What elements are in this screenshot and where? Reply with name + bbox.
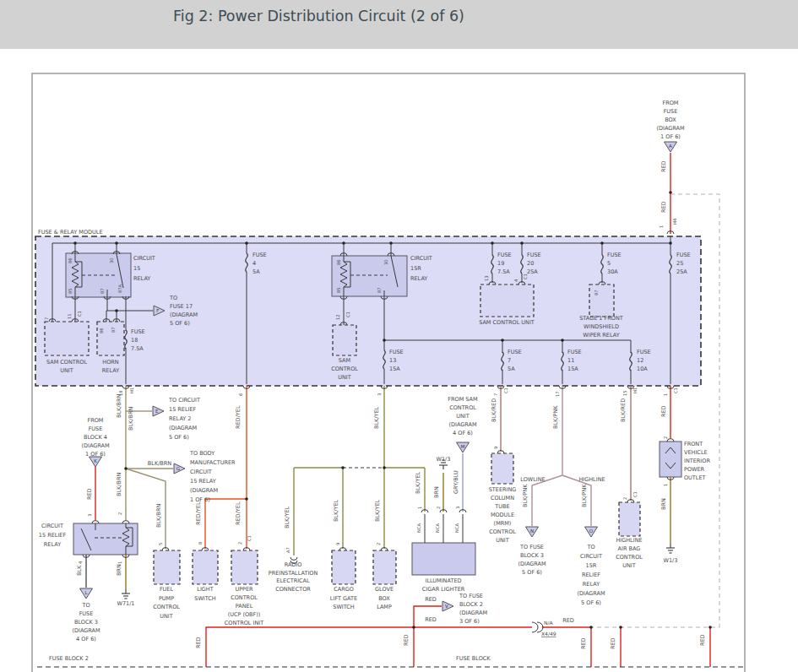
label: RELAY: [133, 275, 150, 282]
label: CONTROL INIT: [225, 620, 264, 626]
label: (UCP (OBF)): [228, 611, 261, 618]
label: 25: [676, 260, 683, 267]
label: FUSE & RELAY MODULE: [38, 229, 103, 236]
label: (DIAGRAM: [72, 627, 100, 634]
label: PANEL: [236, 603, 253, 610]
label: 30A: [607, 268, 618, 275]
label: STAGE 1 FRONT: [579, 315, 623, 322]
junction-dot: [124, 467, 128, 470]
label: CONNECTOR: [275, 586, 311, 593]
label: 86: [99, 328, 104, 333]
label: INTERIOR: [684, 458, 710, 464]
label: W1/3: [437, 456, 451, 463]
label: GRY/BLU: [453, 470, 459, 494]
label: 12: [335, 314, 340, 320]
label: W71/1: [117, 600, 134, 607]
wiring-diagram-svg: AKLMNOEGFVFUSE & RELAY MODULEFROMFUSEBOX…: [0, 0, 798, 672]
label: UNIT: [456, 413, 470, 420]
label: PREINSTALLATION: [269, 570, 318, 577]
label: 30: [383, 259, 388, 265]
label: 2: [237, 542, 242, 545]
label: (DIAGRAM: [169, 425, 197, 431]
label: RELAY: [102, 367, 119, 374]
label: TO CIRCUIT: [168, 397, 200, 404]
label: 85: [68, 288, 73, 294]
label: FUSE: [508, 349, 522, 355]
junction-dot: [520, 241, 524, 245]
label: (DIAGRAM: [81, 442, 109, 449]
label: X4/49: [541, 631, 556, 637]
label: UPPER: [235, 586, 253, 593]
diagram-connector-letter: O: [589, 528, 594, 534]
label: FROM SAM: [448, 396, 477, 403]
steering-column-tube-module-box: [491, 453, 513, 484]
junction-dot: [600, 241, 604, 245]
label: 13: [484, 275, 489, 281]
label: ELECTRICAL: [276, 577, 310, 584]
label: FUSE: [252, 252, 267, 258]
label: UNIT: [496, 537, 509, 544]
label: H1: [632, 387, 638, 393]
label: BLK/YEL: [373, 406, 380, 429]
label: (DIAGRAM: [459, 610, 487, 616]
label: RED: [86, 488, 93, 500]
junction-dot: [561, 339, 564, 342]
label: CONTROL: [449, 404, 476, 411]
label: BLK/RED: [491, 398, 497, 422]
label: BRN: [660, 498, 667, 510]
label: BLK/BRN: [155, 503, 162, 528]
label: TO: [586, 544, 594, 550]
label: FUSE BLOCK: [456, 655, 491, 662]
label: SWITCH: [194, 595, 216, 602]
label: BLOCK 3: [520, 552, 544, 559]
wiper-relay-box: [589, 285, 614, 317]
label: (DIAGRAM: [577, 590, 605, 597]
label: ILLUMINATED: [425, 577, 461, 584]
label: SAM CONTROL UNIT: [479, 319, 535, 326]
label: 7: [493, 393, 498, 396]
label: 30: [109, 257, 114, 263]
label: 2: [436, 507, 441, 509]
label: 86: [68, 257, 73, 263]
label: C1: [345, 312, 350, 317]
label: 87: [377, 287, 382, 293]
label: BLK/BRN: [116, 393, 122, 418]
label: WIPER RELAY: [583, 332, 619, 339]
label: BRN: [116, 564, 122, 576]
label: BLK/PNK: [552, 405, 559, 429]
label: FUSE: [637, 349, 651, 355]
label: 15 RELIEF: [169, 406, 197, 413]
label: UNIT: [160, 613, 173, 620]
label: FUSE: [79, 610, 94, 617]
label: FROM: [663, 100, 679, 106]
label: RED: [610, 637, 616, 649]
label: CIGAR LIGHTER: [422, 586, 465, 593]
junction-dot: [115, 241, 118, 245]
diagram-connector-letter: G: [176, 466, 180, 471]
label: SAM: [339, 357, 350, 364]
label: 5A: [252, 268, 260, 275]
diagram-connector-letter: F: [156, 308, 159, 313]
label: 1: [417, 507, 422, 509]
label: BLK/BRN: [128, 406, 134, 431]
label: FROM: [88, 417, 104, 424]
label: C1: [523, 274, 528, 279]
label: FUSE: [676, 252, 691, 258]
label: BLK/BRN: [116, 472, 122, 496]
label: VEHICLE: [684, 449, 708, 456]
diagram-connector-letter: K: [94, 458, 97, 463]
diagram-connector-letter: N: [530, 528, 534, 534]
label: AIR BAG: [618, 545, 641, 552]
label: BLK/PNK: [581, 484, 588, 507]
label: 6: [238, 393, 243, 396]
label: CONTROL: [489, 528, 516, 535]
circuit-15-relief-relay-box: [73, 523, 138, 555]
label: 11: [567, 357, 574, 364]
label: FUSE: [664, 108, 678, 115]
label: H4: [672, 218, 677, 225]
label: 1: [663, 393, 668, 396]
label: (DIAGRAM: [656, 125, 684, 132]
label: CONTROL: [331, 366, 358, 372]
label: W1/3: [664, 557, 678, 564]
label: 9: [335, 543, 340, 545]
